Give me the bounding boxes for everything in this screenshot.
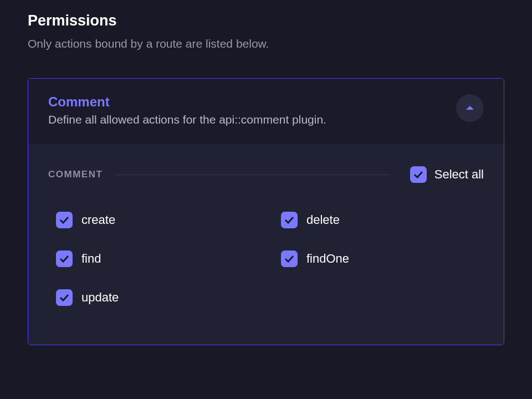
action-label: findOne	[306, 252, 349, 266]
action-item-delete[interactable]: delete	[281, 212, 484, 228]
select-all-checkbox[interactable]	[410, 166, 427, 183]
collapse-button[interactable]	[456, 94, 484, 122]
checkbox-update[interactable]	[56, 289, 73, 306]
divider	[115, 175, 390, 175]
page-subtitle: Only actions bound by a route are listed…	[28, 37, 504, 50]
action-item-findone[interactable]: findOne	[281, 250, 484, 267]
panel-title: Comment	[48, 94, 456, 110]
actions-grid: create delete fi	[48, 212, 484, 306]
select-all-label: Select all	[434, 167, 484, 182]
group-label: COMMENT	[48, 169, 103, 180]
check-icon	[59, 216, 69, 224]
check-icon	[284, 255, 294, 263]
panel-description: Define all allowed actions for the api::…	[48, 113, 456, 126]
action-label: create	[81, 213, 115, 227]
group-header: COMMENT Select all	[48, 166, 484, 183]
page-title: Permissions	[28, 12, 504, 29]
action-label: update	[81, 290, 119, 305]
checkbox-create[interactable]	[56, 212, 73, 228]
action-label: delete	[306, 213, 340, 227]
action-label: find	[81, 252, 101, 266]
checkbox-find[interactable]	[56, 250, 73, 267]
panel-header: Comment Define all allowed actions for t…	[28, 79, 504, 144]
action-item-find[interactable]: find	[56, 250, 259, 267]
check-icon	[59, 294, 69, 301]
check-icon	[413, 171, 423, 178]
select-all-toggle[interactable]: Select all	[410, 166, 484, 183]
action-item-update[interactable]: update	[56, 289, 259, 306]
checkbox-findone[interactable]	[281, 250, 298, 267]
panel-body: COMMENT Select all	[28, 144, 504, 345]
permissions-panel: Comment Define all allowed actions for t…	[28, 78, 504, 345]
check-icon	[59, 255, 69, 263]
caret-up-icon	[466, 105, 474, 111]
action-item-create[interactable]: create	[56, 212, 259, 228]
check-icon	[284, 216, 294, 224]
checkbox-delete[interactable]	[281, 212, 298, 228]
